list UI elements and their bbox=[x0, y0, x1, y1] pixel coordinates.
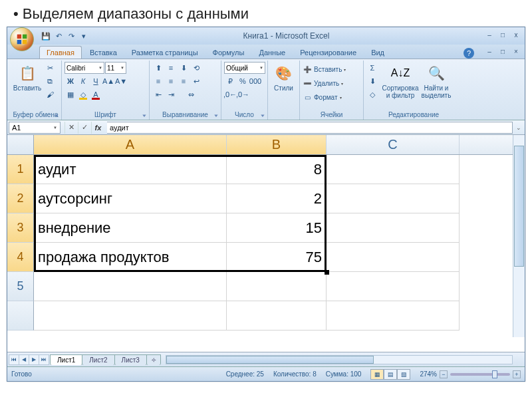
name-box[interactable]: A1▼ bbox=[9, 122, 61, 134]
column-header-c[interactable]: C bbox=[327, 135, 460, 154]
cell-b4[interactable]: 75 bbox=[227, 243, 327, 272]
cell-c2[interactable] bbox=[327, 184, 460, 213]
merge-icon[interactable]: ⇔ bbox=[178, 88, 204, 100]
align-middle-icon[interactable]: ≡ bbox=[165, 62, 177, 74]
zoom-level[interactable]: 274% bbox=[420, 370, 437, 378]
cell-a1[interactable]: аудит bbox=[34, 155, 227, 184]
font-color-icon[interactable]: A bbox=[90, 88, 102, 100]
cell-a5[interactable] bbox=[34, 272, 227, 301]
sheet-tab-1[interactable]: Лист1 bbox=[50, 354, 82, 365]
row-header-5[interactable]: 5 bbox=[7, 272, 34, 301]
clear-icon[interactable]: ◇ bbox=[366, 88, 378, 100]
cell-c5[interactable] bbox=[327, 272, 460, 301]
cell-b5[interactable] bbox=[227, 272, 327, 301]
doc-minimize-button[interactable]: – bbox=[483, 48, 495, 57]
number-format-select[interactable]: Общий▼ bbox=[224, 62, 265, 74]
cancel-formula-icon[interactable]: ✕ bbox=[65, 122, 78, 134]
cut-icon[interactable]: ✂ bbox=[44, 62, 56, 74]
italic-button[interactable]: К bbox=[77, 75, 89, 87]
fill-color-icon[interactable]: ◇ bbox=[77, 88, 89, 100]
column-header-b[interactable]: B bbox=[227, 135, 327, 154]
save-icon[interactable]: 💾 bbox=[41, 31, 51, 41]
decrease-indent-icon[interactable]: ⇤ bbox=[152, 88, 164, 100]
first-sheet-icon[interactable]: ⏮ bbox=[9, 354, 19, 365]
column-header-a[interactable]: A bbox=[34, 135, 227, 154]
vertical-scrollbar[interactable] bbox=[513, 135, 525, 337]
font-name-select[interactable]: Calibri▼ bbox=[65, 62, 104, 74]
tab-view[interactable]: Вид bbox=[364, 47, 391, 59]
last-sheet-icon[interactable]: ⏭ bbox=[39, 354, 49, 365]
help-icon[interactable]: ? bbox=[464, 48, 474, 59]
zoom-out-icon[interactable]: − bbox=[440, 370, 448, 378]
sheet-tab-2[interactable]: Лист2 bbox=[82, 354, 114, 365]
office-button[interactable] bbox=[10, 27, 34, 51]
row-header-2[interactable]: 2 bbox=[7, 184, 34, 213]
fx-icon[interactable]: fx bbox=[91, 122, 104, 134]
grid[interactable]: 1 аудит 8 2 аутсорсинг 2 3 внедрение 15 … bbox=[7, 155, 525, 352]
qat-more-icon[interactable]: ▾ bbox=[78, 31, 89, 41]
row-header-3[interactable]: 3 bbox=[7, 213, 34, 243]
wrap-text-icon[interactable]: ↩ bbox=[190, 75, 202, 87]
font-size-select[interactable]: 11▼ bbox=[105, 62, 126, 74]
row-header-6[interactable] bbox=[7, 301, 34, 331]
tab-insert[interactable]: Вставка bbox=[83, 47, 124, 59]
accept-formula-icon[interactable]: ✓ bbox=[78, 122, 91, 134]
delete-cells-button[interactable]: ➖Удалить▾ bbox=[303, 77, 343, 89]
prev-sheet-icon[interactable]: ◀ bbox=[19, 354, 29, 365]
tab-review[interactable]: Рецензирование bbox=[293, 47, 363, 59]
comma-icon[interactable]: 000 bbox=[249, 75, 261, 87]
find-select-button[interactable]: 🔍 Найти и выделить bbox=[420, 62, 453, 100]
new-sheet-icon[interactable]: ✧ bbox=[146, 354, 161, 365]
select-all-corner[interactable] bbox=[7, 135, 34, 154]
styles-button[interactable]: 🎨 Стили bbox=[271, 62, 297, 93]
tab-page-layout[interactable]: Разметка страницы bbox=[125, 47, 205, 59]
percent-icon[interactable]: % bbox=[237, 75, 249, 87]
undo-icon[interactable]: ↶ bbox=[53, 31, 64, 41]
orientation-icon[interactable]: ⟲ bbox=[190, 62, 202, 74]
next-sheet-icon[interactable]: ▶ bbox=[29, 354, 39, 365]
increase-decimal-icon[interactable]: ,0← bbox=[224, 88, 236, 100]
increase-font-icon[interactable]: A▲ bbox=[102, 75, 114, 87]
view-page-break-icon[interactable]: ▧ bbox=[397, 369, 410, 380]
zoom-slider[interactable] bbox=[450, 373, 510, 376]
row-header-1[interactable]: 1 bbox=[7, 155, 34, 184]
row-header-4[interactable]: 4 bbox=[7, 243, 34, 272]
currency-icon[interactable]: ₽ bbox=[224, 75, 236, 87]
cell-a3[interactable]: внедрение bbox=[34, 213, 227, 243]
fill-icon[interactable]: ⬇ bbox=[366, 75, 378, 87]
format-cells-button[interactable]: ▭Формат▾ bbox=[303, 91, 342, 103]
cell-c1[interactable] bbox=[327, 155, 460, 184]
cell-b3[interactable]: 15 bbox=[227, 213, 327, 243]
bold-button[interactable]: Ж bbox=[65, 75, 76, 87]
doc-maximize-button[interactable]: □ bbox=[497, 48, 509, 57]
redo-icon[interactable]: ↷ bbox=[66, 31, 76, 41]
tab-data[interactable]: Данные bbox=[252, 47, 292, 59]
align-right-icon[interactable]: ≡ bbox=[178, 75, 190, 87]
underline-button[interactable]: Ч bbox=[90, 75, 102, 87]
tab-formulas[interactable]: Формулы bbox=[206, 47, 251, 59]
insert-cells-button[interactable]: ➕Вставить▾ bbox=[303, 63, 346, 75]
close-button[interactable]: x bbox=[510, 31, 522, 41]
cell-b1[interactable]: 8 bbox=[227, 155, 327, 184]
tab-home[interactable]: Главная bbox=[39, 46, 82, 59]
cell-c4[interactable] bbox=[327, 243, 460, 272]
horizontal-scrollbar[interactable] bbox=[166, 355, 513, 364]
cell-a2[interactable]: аутсорсинг bbox=[34, 184, 227, 213]
zoom-in-icon[interactable]: + bbox=[513, 370, 521, 378]
doc-close-button[interactable]: × bbox=[510, 48, 522, 57]
autosum-icon[interactable]: Σ bbox=[366, 62, 378, 74]
cell-c3[interactable] bbox=[327, 213, 460, 243]
expand-formula-bar-icon[interactable]: ⌄ bbox=[513, 124, 525, 131]
maximize-button[interactable]: □ bbox=[497, 31, 509, 41]
cell-b2[interactable]: 2 bbox=[227, 184, 327, 213]
increase-indent-icon[interactable]: ⇥ bbox=[165, 88, 177, 100]
view-normal-icon[interactable]: ▦ bbox=[370, 369, 384, 380]
align-center-icon[interactable]: ≡ bbox=[165, 75, 177, 87]
sheet-tab-3[interactable]: Лист3 bbox=[114, 354, 147, 365]
format-painter-icon[interactable]: 🖌 bbox=[44, 88, 56, 100]
decrease-font-icon[interactable]: A▼ bbox=[115, 75, 127, 87]
formula-input[interactable]: аудит bbox=[107, 122, 513, 134]
paste-button[interactable]: 📋 Вставить bbox=[13, 62, 42, 93]
sort-filter-button[interactable]: A↓Z Сортировка и фильтр bbox=[383, 62, 418, 100]
worksheet[interactable]: A B C 1 аудит 8 2 аутсорсинг 2 3 внедрен… bbox=[7, 135, 525, 352]
